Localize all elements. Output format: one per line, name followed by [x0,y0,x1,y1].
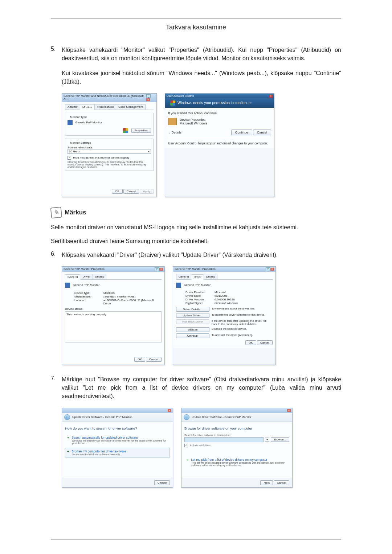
driver-details-desc: To view details about the driver files. [212,307,273,310]
option-desc: Windows will search your computer and th… [72,439,168,444]
rollback-driver-desc: If the device fails after updating the d… [212,319,273,326]
pencil-icon: ✎ [50,206,62,218]
uac-title: User Account Control [167,94,194,98]
update-driver-desc: To update the driver software for this d… [212,313,273,316]
note-heading: ✎ Märkus [51,207,341,218]
tab-details[interactable]: Details [93,274,106,279]
include-subfolders-checkbox[interactable]: ✓ [184,444,188,447]
close-icon[interactable]: × [287,409,291,412]
uninstall-button[interactable]: Uninstall [176,333,209,338]
refresh-rate-label: Screen refresh rate: [68,146,151,149]
hide-modes-checkbox[interactable]: ✓ [68,156,71,160]
ok-button[interactable]: OK [245,340,256,345]
driver-details-button[interactable]: Driver Details... [176,307,209,312]
close-icon[interactable]: × [146,98,150,101]
manufacturer-value: (Standard monitor types) [103,295,135,298]
monitor-name: Generic PnP Monitor [75,121,102,124]
top-rule [51,18,341,19]
dialog-titlebar: Generic PnP Monitor Properties ?× [62,267,164,272]
uac-footer: User Account Control helps stop unauthor… [168,139,271,145]
update-driver-wizard-search: × ← Update Driver Software - Generic PnP… [62,408,173,488]
option-desc: Locate and install driver software manua… [72,453,168,456]
tab-general[interactable]: General [65,274,80,280]
step-6: 6. Klõpsake vahekaardi "Driver" (Draiver… [51,251,341,259]
wizard-heading: How do you want to search for driver sof… [65,426,170,430]
refresh-rate-value: 60 Hertz [69,150,80,153]
monitor-properties-general-dialog: Generic PnP Monitor Properties ?× Genera… [62,266,165,365]
tab-troubleshoot[interactable]: Troubleshoot [94,104,116,110]
tab-adapter[interactable]: Adapter [65,104,80,110]
tab-driver[interactable]: Driver [80,274,93,279]
figure-row-2: Generic PnP Monitor Properties ?× Genera… [62,266,341,365]
option-title: Browse my computer for driver software [72,450,126,453]
uac-details-toggle[interactable]: Details [171,131,181,134]
option-desc: This list will show installed driver sof… [191,461,287,467]
tab-color-management[interactable]: Color Management [116,104,146,110]
device-status-box: This device is working properly. [65,311,162,342]
ok-button[interactable]: OK [134,357,145,362]
bottom-rule [51,539,341,539]
window-buttons: _ × [146,94,155,101]
note-text-2: Sertifitseeritud draiveri leiate Samsung… [51,237,341,246]
search-auto-option[interactable]: ➔ Search automatically for updated drive… [65,434,170,446]
tab-driver[interactable]: Driver [191,274,204,280]
dialog-titlebar: Generic PnP Monitor Properties ?× [173,267,275,272]
rollback-driver-button[interactable]: Roll Back Driver [176,319,209,324]
monitor-icon [65,283,70,288]
program-icon [168,118,177,125]
properties-button[interactable]: Properties [131,128,151,133]
step-5: 5. Klõpsake vahekaardi "Monitor" valikut… [51,46,341,62]
refresh-rate-select[interactable]: 60 Hertz ▾ [68,149,151,154]
minimize-icon[interactable]: _ [146,94,151,98]
location-value: on NVIDIA GeForce 6600 LE (Microsoft Cor… [103,299,162,305]
update-driver-wizard-browse: × ← Update Driver Software - Generic PnP… [181,408,293,488]
driver-date-label: Driver Date: [185,294,215,297]
browse-computer-option[interactable]: ➔ Browse my computer for driver software… [65,448,170,457]
continue-button[interactable]: Continue [231,130,252,135]
cancel-button[interactable]: Cancel [154,480,170,485]
cancel-button[interactable]: Cancel [146,357,162,362]
cancel-button[interactable]: Cancel [274,480,289,485]
back-icon[interactable]: ← [64,414,70,420]
cancel-button[interactable]: Cancel [257,340,273,345]
wizard-header: ← Update Driver Software - Generic PnP M… [181,413,292,422]
driver-version-label: Driver Version: [185,298,215,301]
cancel-button[interactable]: Cancel [253,130,271,135]
note-label: Märkus [65,209,86,216]
uac-program: Device Properties [180,118,207,122]
ok-button[interactable]: OK [112,189,123,194]
step-text: Märkige ruut "Browse my computer for dri… [62,375,341,401]
chevron-down-icon[interactable]: ▾ [265,438,269,442]
apply-button[interactable]: Apply [140,189,154,194]
close-icon[interactable]: × [159,268,163,271]
driver-provider-label: Driver Provider: [185,291,215,294]
include-subfolders-label: Include subfolders [190,444,211,447]
chevron-down-icon[interactable]: ⌄ [168,131,171,134]
location-label: Location: [74,299,103,305]
tab-monitor[interactable]: Monitor [80,104,95,110]
close-icon[interactable]: × [269,95,273,98]
update-driver-button[interactable]: Update Driver... [176,313,209,318]
hide-modes-description: Clearing this check box allows you to se… [68,161,151,168]
next-button[interactable]: Next [260,480,273,485]
let-me-pick-option[interactable]: ➔ Let me pick from a list of device driv… [184,456,289,468]
close-icon[interactable]: × [168,409,171,412]
driver-version-value: 6.0.6000.16386 [215,298,235,301]
path-input[interactable] [184,437,264,442]
arrow-icon: ➔ [67,450,69,453]
back-icon[interactable]: ← [184,414,189,420]
driver-date-value: 6/21/2006 [215,294,228,297]
disable-button[interactable]: Disable [176,327,209,332]
breadcrumb: Update Driver Software - Generic PnP Mon… [72,415,132,419]
browse-button[interactable]: Browse... [271,437,289,442]
cancel-button[interactable]: Cancel [123,189,139,194]
help-icon[interactable]: ? [155,267,159,271]
wizard-header: ← Update Driver Software - Generic PnP M… [62,413,173,422]
note-text-1: Selle monitori draiver on varustatud MS-… [51,223,341,232]
chevron-down-icon: ▾ [148,150,150,153]
shield-icon [123,128,128,133]
help-icon[interactable]: ? [266,267,270,271]
close-icon[interactable]: × [270,268,274,271]
tab-details[interactable]: Details [204,274,217,279]
tab-general[interactable]: General [176,274,191,279]
